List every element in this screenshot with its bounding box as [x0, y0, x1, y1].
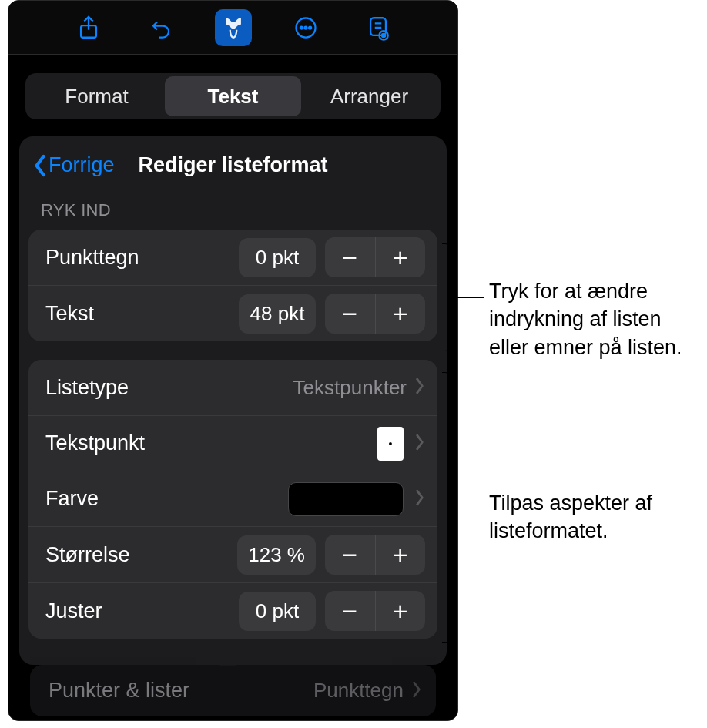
callout-text: Tilpas aspekter af listeformatet. — [489, 491, 652, 542]
size-row: Størrelse 123 % − + — [28, 526, 437, 582]
chevron-right-icon — [411, 681, 422, 701]
bullets-lists-row[interactable]: Punkter & lister Punkttegn — [30, 665, 436, 716]
chevron-right-icon — [414, 489, 425, 509]
undo-icon-button[interactable] — [142, 9, 179, 46]
title-toolbar — [8, 1, 457, 55]
presenter-notes-icon — [365, 15, 391, 41]
listtype-row[interactable]: Listetype Tekstpunkter — [28, 360, 437, 415]
indent-section-header: RYK IND — [19, 200, 447, 230]
svg-point-7 — [381, 33, 384, 36]
svg-point-3 — [304, 26, 307, 29]
chevron-right-icon — [414, 377, 425, 398]
svg-rect-5 — [370, 18, 386, 35]
panel-header: Forrige Rediger listeformat — [19, 136, 447, 200]
row-label: Tekst — [45, 302, 94, 326]
plus-button[interactable]: + — [376, 591, 426, 631]
bullet-glyph-swatch: • — [377, 427, 404, 461]
row-label: Listetype — [45, 376, 129, 400]
popover-caret — [219, 657, 237, 666]
segmented-control: Format Tekst Arranger — [25, 73, 441, 119]
format-panel: Forrige Rediger listeformat RYK IND Punk… — [19, 136, 447, 665]
indent-text-row: Tekst 48 pkt − + — [28, 285, 437, 341]
row-label: Farve — [45, 487, 99, 511]
svg-point-2 — [300, 26, 302, 29]
presenter-icon-button[interactable] — [360, 9, 397, 46]
undo-icon — [149, 16, 173, 39]
plus-button[interactable]: + — [376, 237, 426, 277]
indent-bullet-value[interactable]: 0 pkt — [239, 238, 316, 277]
app-screen: Format Tekst Arranger Forrige Rediger li… — [8, 0, 458, 721]
share-icon — [75, 15, 102, 41]
row-label: Punkter & lister — [49, 679, 189, 703]
size-value[interactable]: 123 % — [237, 535, 316, 575]
row-label: Punkttegn — [45, 246, 139, 270]
plus-button[interactable]: + — [376, 294, 426, 334]
color-swatch — [288, 482, 404, 516]
tab-format[interactable]: Format — [28, 76, 165, 116]
format-brush-button[interactable] — [215, 9, 252, 46]
bullets-lists-value: Punkttegn — [313, 679, 404, 703]
tab-arranger[interactable]: Arranger — [301, 76, 437, 116]
row-label: Størrelse — [45, 543, 130, 567]
align-stepper: − + — [325, 591, 425, 631]
minus-button[interactable]: − — [325, 535, 376, 575]
plus-button[interactable]: + — [376, 535, 426, 575]
share-icon-button[interactable] — [70, 9, 107, 46]
callout-indent: Tryk for at ændre indrykning af listen e… — [489, 277, 705, 361]
indent-bullet-stepper: − + — [325, 237, 425, 277]
size-stepper: − + — [325, 535, 425, 575]
indent-group: Punkttegn 0 pkt − + Tekst 48 pkt − — [28, 230, 437, 341]
align-row: Juster 0 pkt − + — [28, 582, 437, 639]
indent-text-stepper: − + — [325, 294, 425, 334]
chevron-left-icon — [32, 154, 49, 177]
minus-button[interactable]: − — [325, 294, 376, 334]
indent-bullet-row: Punkttegn 0 pkt − + — [28, 230, 437, 285]
color-row[interactable]: Farve — [28, 471, 437, 526]
callout-text: Tryk for at ændre indrykning af listen e… — [489, 280, 682, 359]
callout-custom: Tilpas aspekter af listeformatet. — [489, 489, 705, 545]
row-label: Tekstpunkt — [45, 431, 145, 455]
customize-group: Listetype Tekstpunkter Tekstpunkt • — [28, 360, 437, 639]
svg-point-4 — [309, 26, 311, 29]
row-label: Juster — [45, 599, 102, 623]
back-label: Forrige — [49, 153, 115, 177]
chevron-right-icon — [414, 434, 425, 454]
textpoint-row[interactable]: Tekstpunkt • — [28, 415, 437, 471]
back-button[interactable]: Forrige — [32, 153, 115, 177]
tab-tekst[interactable]: Tekst — [165, 76, 301, 116]
more-icon — [294, 16, 317, 39]
align-value[interactable]: 0 pkt — [239, 592, 316, 631]
segmented-wrap: Format Tekst Arranger — [8, 55, 457, 136]
minus-button[interactable]: − — [325, 237, 376, 277]
more-icon-button[interactable] — [287, 9, 324, 46]
minus-button[interactable]: − — [325, 591, 376, 631]
format-brush-icon — [220, 15, 246, 41]
listtype-value: Tekstpunkter — [293, 376, 407, 400]
panel-title: Rediger listeformat — [138, 153, 327, 177]
indent-text-value[interactable]: 48 pkt — [239, 294, 316, 334]
